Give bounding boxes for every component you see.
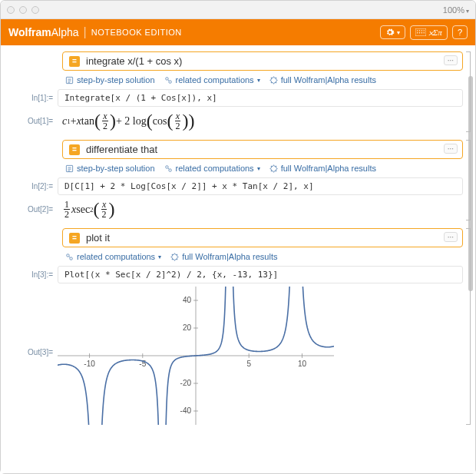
wolfram-icon: [269, 164, 278, 173]
svg-point-15: [67, 254, 69, 256]
step-icon: [65, 164, 74, 173]
svg-point-13: [165, 165, 167, 167]
svg-point-6: [419, 32, 420, 33]
settings-button[interactable]: ▾: [380, 25, 405, 39]
related-text: related computations: [176, 75, 254, 85]
output-row: Out[1]= c1 + x tan(x2) + 2 log(cos(x2)): [7, 110, 463, 132]
action-links: related computations ▾ full Wolfram|Alph…: [65, 250, 463, 263]
separator: |: [84, 25, 87, 39]
query-input[interactable]: = differentiate that ···: [62, 140, 463, 159]
zoom-level[interactable]: 100%: [443, 5, 469, 15]
input-row: In[3]:= Plot[(x * Sec[x / 2]^2) / 2, {x,…: [7, 266, 463, 283]
input-row: In[2]:= D[C[1] + 2 * Log[Cos[x / 2]] + x…: [7, 177, 463, 195]
svg-point-2: [419, 30, 420, 31]
action-links: step-by-step solution related computatio…: [65, 74, 463, 86]
cell-1: = integrate x/(1 + cos x) ··· step-by-st…: [7, 51, 463, 132]
full-link[interactable]: full Wolfram|Alpha results: [170, 252, 277, 261]
chevron-down-icon: ▾: [397, 29, 400, 36]
svg-point-4: [423, 30, 424, 31]
step-text: step-by-step solution: [77, 75, 155, 85]
query-text: plot it: [86, 232, 110, 244]
wolfram-icon: [269, 76, 278, 85]
math-output: c1 + x tan(x2) + 2 log(cos(x2)): [58, 110, 194, 132]
keyboard-label: ⨉Σπ: [428, 28, 442, 38]
cell-2: = differentiate that ··· step-by-step so…: [7, 140, 463, 220]
full-text: full Wolfram|Alpha results: [182, 252, 277, 261]
svg-text:5: 5: [246, 360, 251, 368]
brand-strong: Wolfram: [8, 26, 51, 38]
app-toolbar: WolframAlpha | NOTEBOOK EDITION ▾ ⨉Σπ ?: [1, 19, 475, 45]
step-link[interactable]: step-by-step solution: [65, 75, 155, 85]
related-text: related computations: [176, 164, 254, 173]
svg-point-14: [168, 168, 170, 171]
cell-bracket[interactable]: [466, 140, 471, 220]
app-window: 100% WolframAlpha | NOTEBOOK EDITION ▾ ⨉…: [0, 0, 476, 474]
titlebar: 100%: [1, 1, 475, 19]
svg-text:40: 40: [183, 296, 192, 304]
related-icon: [65, 253, 74, 261]
step-link[interactable]: step-by-step solution: [65, 164, 155, 173]
equal-icon: =: [69, 56, 80, 67]
svg-point-1: [417, 30, 418, 31]
full-link[interactable]: full Wolfram|Alpha results: [269, 75, 376, 85]
subtitle: NOTEBOOK EDITION: [91, 28, 182, 37]
zoom-value: 100%: [443, 5, 464, 15]
svg-rect-0: [415, 28, 426, 36]
plot-output: -10-5510-40-202040: [58, 287, 334, 425]
brand-light: Alpha: [51, 26, 79, 38]
svg-point-3: [421, 30, 422, 31]
code-input[interactable]: Plot[(x * Sec[x / 2]^2) / 2, {x, -13, 13…: [58, 266, 463, 283]
related-link[interactable]: related computations ▾: [65, 252, 161, 261]
svg-point-16: [70, 257, 72, 259]
keyboard-button[interactable]: ⨉Σπ: [410, 25, 448, 40]
svg-point-8: [423, 32, 424, 33]
svg-text:10: 10: [298, 360, 307, 368]
full-link[interactable]: full Wolfram|Alpha results: [269, 164, 376, 173]
svg-text:20: 20: [183, 323, 192, 332]
svg-text:-40: -40: [180, 406, 192, 415]
keyboard-icon: [415, 28, 426, 36]
svg-point-11: [168, 80, 170, 82]
step-icon: [65, 76, 74, 85]
equal-icon: =: [69, 144, 80, 155]
query-input[interactable]: = plot it ···: [62, 228, 463, 247]
minimize-dot[interactable]: [19, 6, 27, 14]
code-input[interactable]: Integrate[x / (1 + Cos[x]), x]: [58, 89, 463, 107]
input-row: In[1]:= Integrate[x / (1 + Cos[x]), x]: [7, 89, 463, 107]
chevron-down-icon: ▾: [158, 254, 161, 260]
output-row: Out[3]= -10-5510-40-202040: [7, 287, 463, 425]
svg-point-7: [421, 32, 422, 33]
related-icon: [164, 76, 173, 85]
cell-bracket[interactable]: [466, 51, 471, 132]
out-label: Out[2]=: [7, 205, 53, 214]
code-input[interactable]: D[C[1] + 2 * Log[Cos[x / 2]] + x * Tan[x…: [58, 177, 463, 195]
more-button[interactable]: ···: [444, 144, 458, 154]
svg-point-10: [165, 77, 167, 79]
step-text: step-by-step solution: [77, 164, 155, 173]
cell-bracket[interactable]: [466, 228, 471, 425]
window-controls: [7, 6, 39, 14]
in-label: In[1]:=: [7, 94, 53, 102]
query-text: integrate x/(1 + cos x): [86, 55, 182, 67]
more-button[interactable]: ···: [444, 232, 458, 242]
in-label: In[2]:=: [7, 182, 53, 191]
svg-point-5: [417, 32, 418, 33]
chevron-down-icon: ▾: [257, 165, 260, 172]
related-text: related computations: [77, 252, 155, 261]
equal-icon: =: [69, 233, 80, 244]
close-dot[interactable]: [7, 6, 15, 14]
out-label: Out[3]=: [7, 348, 53, 356]
help-button[interactable]: ?: [452, 25, 468, 39]
output-row: Out[2]= 12 x sec2(x2): [7, 198, 463, 220]
svg-text:-20: -20: [180, 379, 192, 387]
chevron-down-icon: [466, 5, 469, 15]
math-output: 12 x sec2(x2): [58, 198, 115, 220]
related-link[interactable]: related computations ▾: [164, 75, 260, 85]
action-links: step-by-step solution related computatio…: [65, 162, 463, 174]
more-button[interactable]: ···: [444, 55, 458, 65]
related-link[interactable]: related computations ▾: [164, 164, 260, 173]
zoom-dot[interactable]: [31, 6, 39, 14]
cell-3: = plot it ··· related computations ▾ ful…: [7, 228, 463, 425]
out-label: Out[1]=: [7, 117, 53, 125]
query-input[interactable]: = integrate x/(1 + cos x) ···: [62, 51, 463, 71]
